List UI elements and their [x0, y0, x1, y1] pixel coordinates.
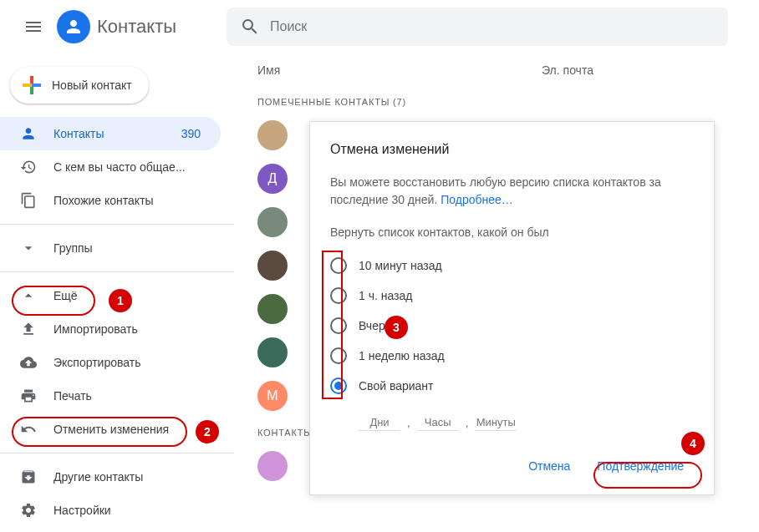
avatar: [257, 207, 288, 237]
radio-icon: [330, 257, 347, 274]
sidebar-item-more[interactable]: Ещё: [0, 279, 221, 312]
col-header-name: Имя: [257, 63, 542, 77]
new-contact-button[interactable]: Новый контакт: [10, 67, 149, 104]
dialog-subtitle: Вернуть список контактов, какой он был: [330, 225, 694, 239]
person-icon: [20, 125, 37, 142]
radio-option-10min[interactable]: 10 минут назад: [330, 251, 694, 281]
person-icon: [64, 17, 84, 37]
avatar: [257, 120, 288, 150]
search-box[interactable]: [227, 8, 728, 46]
upload-icon: [20, 321, 37, 337]
section-starred-label: ПОМЕЧЕННЫЕ КОНТАКТЫ (7): [241, 87, 752, 114]
radio-icon: [330, 317, 347, 334]
sidebar-item-import[interactable]: Импортировать: [0, 312, 221, 346]
app-title: Контакты: [97, 16, 176, 38]
radio-icon: [330, 287, 347, 304]
sidebar-item-export[interactable]: Экспортировать: [0, 346, 221, 379]
dialog-actions: Отмена Подтверждение: [518, 453, 694, 479]
learn-more-link[interactable]: Подробнее…: [441, 193, 513, 206]
avatar: [257, 337, 288, 367]
undo-icon: [20, 421, 37, 438]
contacts-brand-icon: [57, 10, 90, 43]
search-icon: [240, 17, 260, 37]
search-input[interactable]: [270, 19, 715, 34]
avatar: М: [257, 381, 288, 411]
app-header: Контакты: [0, 0, 759, 53]
sidebar: Новый контакт Контакты 390 С кем вы част…: [0, 53, 234, 532]
confirm-button[interactable]: Подтверждение: [587, 453, 694, 479]
radio-option-custom[interactable]: Свой вариант: [330, 371, 694, 401]
hours-input[interactable]: [417, 414, 459, 431]
custom-time-inputs: , ,: [330, 414, 694, 431]
gear-icon: [20, 502, 37, 519]
radio-icon: [330, 377, 347, 394]
sidebar-item-undo[interactable]: Отменить изменения: [0, 413, 221, 446]
new-contact-label: Новый контакт: [52, 79, 132, 92]
divider: [0, 224, 234, 225]
avatar: Д: [257, 164, 288, 194]
sidebar-item-other[interactable]: Другие контакты: [0, 460, 221, 494]
sidebar-item-similar[interactable]: Похожие контакты: [0, 184, 221, 217]
radio-group: 10 минут назад 1 ч. назад Вчера 1 неделю…: [330, 251, 694, 401]
undo-changes-dialog: Отмена изменений Вы можете восстановить …: [309, 121, 715, 495]
cancel-button[interactable]: Отмена: [518, 453, 580, 479]
divider: [0, 453, 234, 453]
radio-icon: [330, 347, 347, 364]
radio-option-1week[interactable]: 1 неделю назад: [330, 341, 694, 371]
plus-icon: [22, 75, 42, 95]
history-icon: [20, 159, 37, 175]
dialog-description: Вы можете восстановить любую версию спис…: [330, 174, 694, 209]
col-header-email: Эл. почта: [542, 63, 593, 77]
chevron-down-icon: [20, 240, 37, 256]
cloud-upload-icon: [20, 354, 37, 371]
dialog-title: Отмена изменений: [330, 142, 694, 157]
sidebar-item-frequent[interactable]: С кем вы часто общае...: [0, 150, 221, 184]
radio-option-1h[interactable]: 1 ч. назад: [330, 281, 694, 311]
sidebar-item-groups[interactable]: Группы: [0, 231, 221, 265]
divider: [0, 271, 234, 272]
copy-icon: [20, 192, 37, 209]
sidebar-item-print[interactable]: Печать: [0, 379, 221, 413]
radio-option-yesterday[interactable]: Вчера: [330, 311, 694, 341]
hamburger-menu-button[interactable]: [13, 7, 53, 47]
avatar: [257, 451, 288, 481]
hamburger-icon: [23, 17, 43, 37]
print-icon: [20, 388, 37, 404]
sidebar-item-settings[interactable]: Настройки: [0, 494, 221, 527]
column-headers: Имя Эл. почта: [241, 53, 752, 87]
avatar: [257, 251, 288, 281]
minutes-input[interactable]: [475, 414, 517, 431]
chevron-up-icon: [20, 287, 37, 304]
days-input[interactable]: [359, 414, 400, 431]
sidebar-item-contacts[interactable]: Контакты 390: [0, 117, 221, 150]
avatar: [257, 294, 288, 324]
archive-icon: [20, 469, 37, 485]
